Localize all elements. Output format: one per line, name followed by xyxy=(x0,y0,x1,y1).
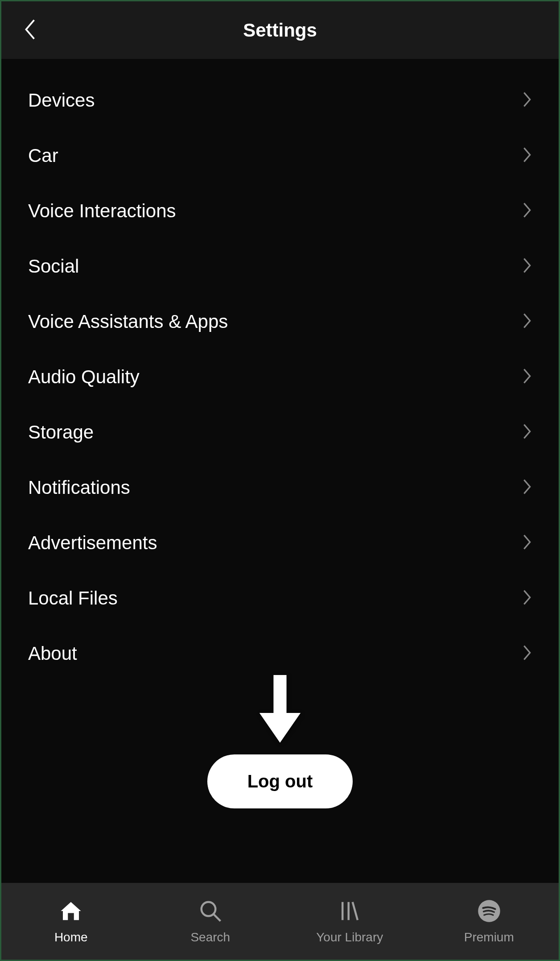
bottom-nav: Home Search Your Library xyxy=(1,883,559,960)
settings-item-audio-quality[interactable]: Audio Quality xyxy=(1,349,559,405)
page-title: Settings xyxy=(1,20,559,41)
arrow-down-icon xyxy=(251,672,309,750)
settings-item-label: Social xyxy=(28,256,79,277)
settings-item-car[interactable]: Car xyxy=(1,128,559,183)
nav-library[interactable]: Your Library xyxy=(280,898,420,944)
settings-item-label: Notifications xyxy=(28,477,130,498)
settings-item-label: Voice Interactions xyxy=(28,200,176,222)
logout-button[interactable]: Log out xyxy=(207,754,353,808)
settings-item-storage[interactable]: Storage xyxy=(1,405,559,460)
settings-item-label: Devices xyxy=(28,90,95,111)
nav-search[interactable]: Search xyxy=(141,898,280,944)
settings-item-label: Storage xyxy=(28,422,94,443)
chevron-right-icon xyxy=(522,312,532,331)
chevron-right-icon xyxy=(522,589,532,608)
arrow-annotation xyxy=(1,672,559,750)
chevron-right-icon xyxy=(522,368,532,386)
home-icon xyxy=(59,898,83,924)
settings-item-label: Advertisements xyxy=(28,532,157,554)
settings-item-notifications[interactable]: Notifications xyxy=(1,460,559,515)
settings-item-label: About xyxy=(28,643,77,664)
nav-home[interactable]: Home xyxy=(1,898,141,944)
chevron-right-icon xyxy=(522,478,532,497)
svg-point-0 xyxy=(202,902,216,916)
settings-item-label: Voice Assistants & Apps xyxy=(28,311,228,332)
settings-item-voice-interactions[interactable]: Voice Interactions xyxy=(1,183,559,239)
chevron-right-icon xyxy=(522,423,532,442)
svg-line-4 xyxy=(353,902,358,920)
chevron-right-icon xyxy=(522,91,532,110)
search-icon xyxy=(198,898,222,924)
settings-item-devices[interactable]: Devices xyxy=(1,73,559,128)
svg-line-1 xyxy=(214,914,221,921)
header: Settings xyxy=(1,1,559,59)
chevron-right-icon xyxy=(522,202,532,220)
settings-item-label: Car xyxy=(28,145,58,166)
nav-label: Your Library xyxy=(316,930,383,944)
spotify-icon xyxy=(477,898,501,924)
settings-item-advertisements[interactable]: Advertisements xyxy=(1,515,559,571)
back-button[interactable] xyxy=(24,19,38,42)
nav-label: Search xyxy=(190,930,230,944)
nav-label: Premium xyxy=(464,930,514,944)
settings-item-social[interactable]: Social xyxy=(1,239,559,294)
settings-item-local-files[interactable]: Local Files xyxy=(1,571,559,626)
settings-item-label: Audio Quality xyxy=(28,366,140,388)
logout-container: Log out xyxy=(1,754,559,849)
settings-item-voice-assistants[interactable]: Voice Assistants & Apps xyxy=(1,294,559,349)
chevron-right-icon xyxy=(522,257,532,276)
chevron-right-icon xyxy=(522,644,532,663)
chevron-left-icon xyxy=(24,19,38,42)
nav-label: Home xyxy=(54,930,88,944)
settings-list: Devices Car Voice Interactions Social Vo… xyxy=(1,59,559,883)
nav-premium[interactable]: Premium xyxy=(420,898,559,944)
chevron-right-icon xyxy=(522,534,532,552)
chevron-right-icon xyxy=(522,146,532,165)
settings-item-label: Local Files xyxy=(28,588,118,609)
library-icon xyxy=(338,898,362,924)
